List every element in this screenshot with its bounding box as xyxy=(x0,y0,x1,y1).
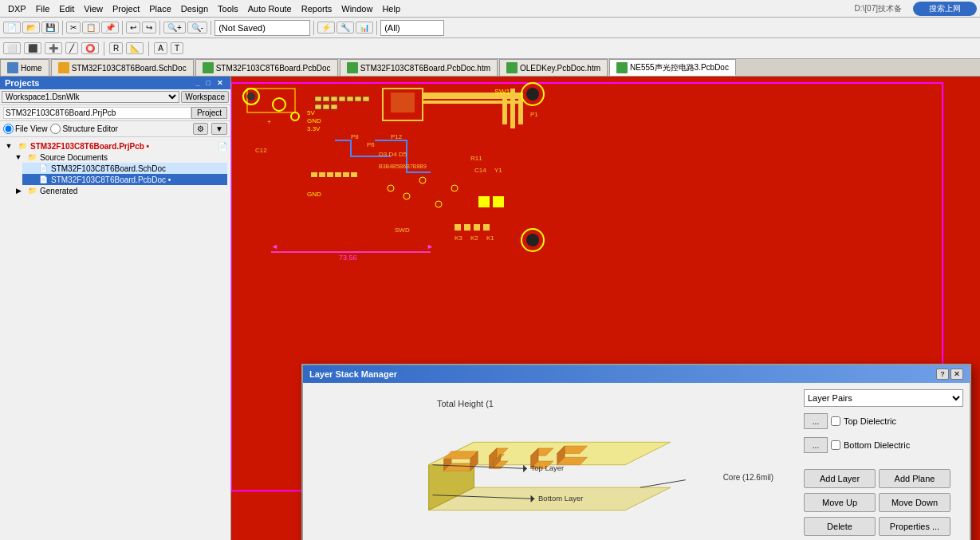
tb2-9[interactable]: T xyxy=(171,42,183,54)
svg-text:3.3V: 3.3V xyxy=(307,125,321,132)
tab-home[interactable]: Home xyxy=(0,59,49,76)
workspace-select[interactable]: Workspace1.DsnWlk xyxy=(2,91,179,103)
tree-docs-group: 📄 STM32F103C8T6Board.SchDoc 📄 STM32F103C… xyxy=(13,163,227,185)
bottom-dielectric-row: ... Bottom Dielectric xyxy=(804,437,963,453)
tb-copy[interactable]: 📋 xyxy=(82,22,100,34)
tb-extra2[interactable]: 🔧 xyxy=(337,22,354,34)
menu-edit[interactable]: Edit xyxy=(54,2,79,15)
sidebar-minimize[interactable]: _ xyxy=(194,79,203,87)
svg-text:C12: C12 xyxy=(255,147,267,154)
fv-btn2[interactable]: ▼ xyxy=(211,123,227,135)
fileview-radio[interactable] xyxy=(3,124,14,134)
svg-rect-5 xyxy=(315,97,321,101)
tb-extra1[interactable]: ⚡ xyxy=(317,22,335,34)
move-up-btn[interactable]: Move Up xyxy=(804,493,876,512)
file-tree: ▼ 📁 STM32F103C8T6Board.PrjPcb • 📄 ▼ 📁 So… xyxy=(0,137,230,199)
tb-zoom-in[interactable]: 🔍+ xyxy=(163,22,186,34)
toolbar1: 📄 📂 💾 ✂ 📋 📌 ↩ ↪ 🔍+ 🔍- ⚡ 🔧 📊 xyxy=(0,18,980,38)
add-plane-btn[interactable]: Add Plane xyxy=(879,469,950,488)
tb2-7[interactable]: 📐 xyxy=(126,42,144,54)
svg-rect-54 xyxy=(474,224,480,231)
svg-rect-13 xyxy=(323,104,329,109)
menu-design[interactable]: Design xyxy=(176,2,213,15)
tab-pcbdoc-htm[interactable]: STM32F103C8T6Board.PcbDoc.htm xyxy=(340,59,498,76)
workspace-button[interactable]: Workspace xyxy=(181,91,229,103)
menu-place[interactable]: Place xyxy=(144,2,176,15)
bottom-dielectric-btn[interactable]: ... xyxy=(804,437,828,453)
layer-pairs-select[interactable]: Layer Pairs xyxy=(804,389,963,407)
tb-undo[interactable]: ↩ xyxy=(126,22,140,34)
svg-rect-10 xyxy=(355,97,361,101)
menu-help[interactable]: Help xyxy=(377,2,405,15)
help-button[interactable]: 搜索上网 xyxy=(913,2,977,16)
tb-extra3[interactable]: 📊 xyxy=(356,22,373,34)
tb-new[interactable]: 📄 xyxy=(3,22,21,34)
notsaved-input[interactable] xyxy=(214,20,310,36)
move-buttons-row: Move Up Move Down xyxy=(804,493,963,512)
tree-pcbdoc-label: STM32F103C8T6Board.PcbDoc • xyxy=(51,175,171,184)
all-input[interactable] xyxy=(380,20,444,36)
tb-open[interactable]: 📂 xyxy=(22,22,40,34)
menu-dxp[interactable]: DXP xyxy=(3,2,31,15)
project-button[interactable]: Project xyxy=(191,107,227,119)
sidebar-header: Projects _ □ ✕ xyxy=(0,77,230,89)
generated-folder-icon: 📁 xyxy=(26,186,37,195)
sep6 xyxy=(376,21,377,35)
top-dielectric-btn[interactable]: ... xyxy=(804,413,828,429)
core-label: Core (12.6mil) xyxy=(723,473,773,482)
tree-pcbdoc[interactable]: 📄 STM32F103C8T6Board.PcbDoc • xyxy=(22,174,227,185)
sidebar-float[interactable]: □ xyxy=(204,79,213,87)
svg-rect-63 xyxy=(478,196,490,207)
menu-view[interactable]: View xyxy=(79,2,108,15)
tab-schdoc[interactable]: STM32F103C8T6Board.SchDoc xyxy=(51,59,194,76)
top-dielectric-checkbox[interactable] xyxy=(831,416,840,426)
fv-btn1[interactable]: ⚙ xyxy=(193,123,208,135)
svg-rect-6 xyxy=(323,97,329,101)
project-name-input[interactable] xyxy=(3,107,191,119)
menu-autoroute[interactable]: Auto Route xyxy=(243,2,297,15)
dialog-titlebar[interactable]: Layer Stack Manager ? ✕ xyxy=(303,365,970,383)
tb2-6[interactable]: R xyxy=(109,42,123,54)
menu-file[interactable]: File xyxy=(31,2,55,15)
tab-oled[interactable]: OLEDKey.PcbDoc.htm xyxy=(499,59,608,76)
tb2-5[interactable]: ⭕ xyxy=(81,42,99,54)
tb-zoom-out[interactable]: 🔍- xyxy=(187,22,207,34)
delete-btn[interactable]: Delete xyxy=(804,517,876,536)
tree-project-root[interactable]: ▼ 📁 STM32F103C8T6Board.PrjPcb • 📄 xyxy=(3,140,227,152)
menu-reports[interactable]: Reports xyxy=(297,2,337,15)
menu-project[interactable]: Project xyxy=(108,2,144,15)
filetabs: File View Structure Editor ⚙ ▼ xyxy=(0,121,230,137)
tb2-4[interactable]: ╱ xyxy=(65,42,78,54)
move-down-btn[interactable]: Move Down xyxy=(879,493,950,512)
tb2-3[interactable]: ➕ xyxy=(45,42,62,54)
menu-tools[interactable]: Tools xyxy=(213,2,243,15)
schdoc-expand xyxy=(24,164,35,173)
top-dielectric-label: Top Dielectric xyxy=(844,416,896,426)
svg-point-62 xyxy=(526,234,539,246)
tree-schdoc[interactable]: 📄 STM32F103C8T6Board.SchDoc xyxy=(22,163,227,174)
svg-text:◄: ◄ xyxy=(271,242,278,250)
tab-ne555[interactable]: NE555声光控电路3.PcbDoc xyxy=(609,59,736,76)
tab-pcbdoc[interactable]: STM32F103C8T6Board.PcbDoc xyxy=(195,59,338,76)
dialog-help-btn[interactable]: ? xyxy=(936,369,949,380)
bottom-dielectric-checkbox[interactable] xyxy=(831,440,840,450)
total-height-label: Total Height (1 xyxy=(437,399,494,408)
tb-redo[interactable]: ↪ xyxy=(142,22,156,34)
tree-source-docs[interactable]: ▼ 📁 Source Documents xyxy=(13,152,227,163)
dialog-close-btn[interactable]: ✕ xyxy=(950,369,963,380)
tb-save[interactable]: 💾 xyxy=(41,22,59,34)
tree-generated[interactable]: ▶ 📁 Generated xyxy=(13,185,227,196)
tb-paste[interactable]: 📌 xyxy=(101,22,119,34)
tb-cut[interactable]: ✂ xyxy=(66,22,81,34)
structure-radio[interactable] xyxy=(50,124,61,134)
delete-properties-row: Delete Properties ... xyxy=(804,517,963,536)
tb2-8[interactable]: A xyxy=(154,42,167,54)
pcb-area[interactable]: + 5V GND 3.3V xyxy=(231,77,980,540)
tb2-1[interactable]: ⬜ xyxy=(3,42,21,54)
source-folder-icon: 📁 xyxy=(26,152,37,162)
tb2-2[interactable]: ⬛ xyxy=(24,42,41,54)
menu-window[interactable]: Window xyxy=(337,2,377,15)
sidebar-close[interactable]: ✕ xyxy=(214,79,226,87)
properties-btn[interactable]: Properties ... xyxy=(879,517,950,536)
add-layer-btn[interactable]: Add Layer xyxy=(804,469,876,488)
